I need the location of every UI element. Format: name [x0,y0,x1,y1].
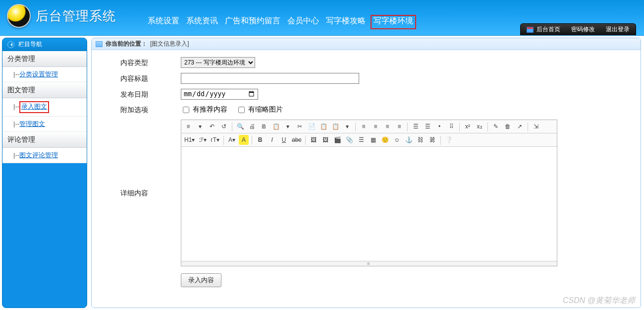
tree-prefix-icon: |-- [13,120,19,127]
editor-tool-r2-15[interactable]: 📎 [344,135,354,145]
sidebar-item-category-settings[interactable]: |--分类设置管理 [2,67,87,82]
editor-tool-r2-12[interactable]: 🖼 [309,135,319,145]
breadcrumb-location: [图文信息录入] [150,40,189,48]
editor-tool-r2-4[interactable]: A▾ [227,135,237,145]
editor-tool-r1-18[interactable]: ≡ [382,122,392,131]
editor-tool-r1-12[interactable]: 📋 [319,122,328,131]
editor-resizer[interactable]: ≡ [181,261,557,266]
editor-tool-r2-10[interactable]: abc [291,135,302,145]
sidebar-header: 栏目导航 [2,38,87,51]
editor-tool-r1-23[interactable]: • [434,122,444,131]
rich-text-editor: ≡▾↶↺🔍🖨🗎📋▾✂📄📋📋▾≡≡≡≡☰☰•⠿x²x₂✎🗑↗⇲ H1▾ℱ▾гT▾A… [181,120,557,266]
nav-system-news[interactable]: 系统资讯 [186,16,218,27]
input-publish-date[interactable] [181,89,258,100]
nav-office-environment[interactable]: 写字楼环境 [371,15,416,29]
editor-tool-r2-16[interactable]: ☰ [356,135,366,145]
label-content-type: 内容类型 [97,58,181,67]
main-panel: 你当前的位置： [图文信息录入] 内容类型 273 --- 写字楼周边环境 内容… [91,38,641,308]
editor-tool-r2-1[interactable]: ℱ▾ [198,135,208,145]
editor-tool-r1-16[interactable]: ≡ [359,122,369,131]
editor-tool-r1-31[interactable]: ↗ [515,122,525,131]
editor-tool-r2-22[interactable]: ⛓̸ [428,135,437,145]
editor-tool-r1-14[interactable]: ▾ [342,122,352,131]
editor-tool-r1-9[interactable]: ▾ [283,122,293,131]
editor-tool-r1-30[interactable]: 🗑 [503,122,513,131]
sidebar-item-manage-content[interactable]: |--管理图文 [2,117,87,132]
toolbar-separator [252,136,252,145]
logo-wrap: 后台管理系统 [7,4,116,28]
nav-office-tips[interactable]: 写字楼攻略 [326,16,366,27]
editor-tool-r2-7[interactable]: B [255,135,265,145]
editor-tool-r2-19[interactable]: ☺ [392,135,402,145]
sidebar-title: 栏目导航 [18,40,42,49]
editor-tool-r1-17[interactable]: ≡ [371,122,380,131]
top-home-link[interactable]: 后台首页 [527,25,560,34]
editor-tool-r1-33[interactable]: ⇲ [531,122,541,131]
editor-tool-r1-22[interactable]: ☰ [423,122,432,131]
editor-tool-r2-5[interactable]: A [239,135,249,145]
editor-tool-r2-17[interactable]: ▦ [368,135,378,145]
editor-tool-r1-11[interactable]: 📄 [307,122,317,131]
editor-tool-r1-26[interactable]: x² [463,122,473,131]
checkbox-thumbnail[interactable]: 有缩略图片 [236,105,283,115]
system-title: 后台管理系统 [36,7,116,25]
tree-prefix-icon: |-- [13,151,19,159]
editor-tool-r2-21[interactable]: ⛓ [416,135,426,145]
editor-tool-r2-9[interactable]: U [279,135,289,145]
editor-tool-r1-6[interactable]: 🖨 [247,122,257,131]
top-password-link[interactable]: 密码修改 [571,25,595,34]
select-content-type[interactable]: 273 --- 写字楼周边环境 [181,57,255,68]
sidebar-item-comment-manage[interactable]: |--图文评论管理 [2,148,87,163]
row-options: 附加选项 有推荐内容 有缩略图片 [97,105,636,115]
nav-ads-reserve[interactable]: 广告和预约留言 [225,16,280,27]
sidebar-item-input-content[interactable]: |--录入图文 [2,98,87,117]
sidebar-group-content[interactable]: 图文管理 [2,82,87,98]
submit-button[interactable]: 录入内容 [181,273,221,287]
row-type: 内容类型 273 --- 写字楼周边环境 [97,57,636,68]
toolbar-separator [355,123,356,131]
sidebar-group-category[interactable]: 分类管理 [2,51,87,67]
editor-tool-r2-14[interactable]: 🎬 [332,135,342,145]
toolbar-separator [440,136,441,145]
checkbox-recommend-input[interactable] [183,107,189,113]
nav-system-settings[interactable]: 系统设置 [148,16,179,27]
editor-tool-r2-0[interactable]: H1▾ [183,135,196,145]
editor-tool-r1-19[interactable]: ≡ [394,122,404,131]
editor-tool-r2-24[interactable]: ❔ [444,135,454,145]
editor-tool-r1-5[interactable]: 🔍 [235,122,245,131]
toolbar-separator [459,123,460,131]
editor-tool-r1-0[interactable]: ≡ [183,122,193,131]
editor-tool-r2-8[interactable]: I [267,135,277,145]
editor-body[interactable] [181,147,557,261]
label-publish-date: 发布日期 [97,89,181,99]
toolbar-separator [407,123,408,131]
editor-tool-r1-1[interactable]: ▾ [195,122,205,131]
top-logout-link[interactable]: 退出登录 [606,25,630,34]
checkbox-thumbnail-input[interactable] [238,107,245,113]
collapse-arrow-icon[interactable] [7,41,14,48]
checkbox-recommend-label: 有推荐内容 [193,105,227,114]
editor-tool-r1-8[interactable]: 📋 [271,122,281,131]
editor-tool-r1-2[interactable]: ↶ [207,122,217,131]
sidebar-group-comment[interactable]: 评论管理 [2,132,87,148]
editor-tool-r1-29[interactable]: ✎ [491,122,501,131]
label-content-title: 内容标题 [97,73,181,83]
editor-tool-r1-7[interactable]: 🗎 [259,122,269,131]
editor-tool-r1-3[interactable]: ↺ [219,122,229,131]
input-content-title[interactable] [181,73,359,84]
editor-tool-r2-20[interactable]: ⚓ [404,135,414,145]
checkbox-recommend[interactable]: 有推荐内容 [181,105,227,115]
editor-tool-r1-27[interactable]: x₂ [475,122,484,131]
toolbar-separator [528,123,528,131]
editor-tool-r1-21[interactable]: ☰ [411,122,421,131]
editor-tool-r1-13[interactable]: 📋 [330,122,340,131]
editor-tool-r2-13[interactable]: 🖼 [321,135,330,145]
app-header: 后台管理系统 系统设置 系统资讯 广告和预约留言 会员中心 写字楼攻略 写字楼环… [0,0,644,36]
row-detail: 详细内容 ≡▾↶↺🔍🖨🗎📋▾✂📄📋📋▾≡≡≡≡☰☰•⠿x²x₂✎🗑↗⇲ H1▾ℱ… [97,120,636,287]
editor-tool-r2-2[interactable]: гT▾ [210,135,220,145]
body-shell: 栏目导航 分类管理 |--分类设置管理 图文管理 |--录入图文 |--管理图文… [0,36,644,310]
editor-tool-r1-10[interactable]: ✂ [295,122,305,131]
editor-tool-r1-24[interactable]: ⠿ [446,122,456,131]
nav-member-center[interactable]: 会员中心 [287,16,319,27]
editor-tool-r2-18[interactable]: 🙂 [380,135,390,145]
